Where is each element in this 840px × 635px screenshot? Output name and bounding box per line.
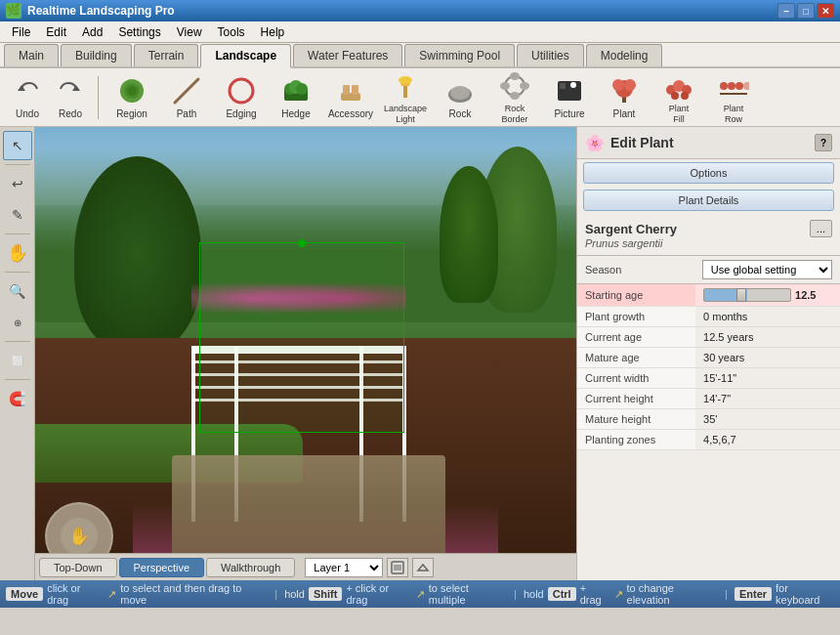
layer-btn-2[interactable] <box>412 558 434 577</box>
close-button[interactable]: ✕ <box>817 3 834 19</box>
status-sep-2: | <box>514 588 517 600</box>
left-tool-edit[interactable]: ✎ <box>3 200 32 230</box>
svg-rect-13 <box>403 86 407 98</box>
svg-point-20 <box>520 82 529 90</box>
minimize-button[interactable]: – <box>777 3 795 19</box>
panel-title: Edit Plant <box>610 135 809 150</box>
tab-building[interactable]: Building <box>61 44 132 66</box>
tool-picture[interactable]: Picture <box>544 72 595 123</box>
menu-tools[interactable]: Tools <box>210 23 253 41</box>
status-hold-label: hold <box>284 588 305 600</box>
tool-plant-fill[interactable]: PlantFill <box>653 72 704 123</box>
view-mode-bar: Top-Down Perspective Walkthrough Layer 1 <box>35 553 576 580</box>
undo-icon <box>12 75 43 106</box>
tool-edging[interactable]: Edging <box>216 72 267 123</box>
view-perspective[interactable]: Perspective <box>119 558 204 577</box>
season-select[interactable]: Use global setting Spring Summer Fall Wi… <box>702 260 832 279</box>
view-top-down[interactable]: Top-Down <box>39 558 117 577</box>
panel-help-button[interactable]: ? <box>815 134 832 151</box>
svg-point-9 <box>296 83 308 95</box>
svg-point-28 <box>612 79 624 91</box>
hedge-icon <box>280 75 312 106</box>
current-height-value: 14'-7" <box>695 389 840 409</box>
landscape-light-icon <box>390 70 421 102</box>
picture-icon <box>554 75 585 106</box>
starting-age-row: Starting age 12.5 <box>577 284 840 307</box>
tool-path[interactable]: Path <box>161 72 212 123</box>
svg-point-15 <box>399 76 412 84</box>
svg-point-4 <box>127 86 137 96</box>
status-text-3b: to change elevation <box>627 582 719 606</box>
svg-point-29 <box>624 79 636 91</box>
mature-height-row: Mature height 35' <box>577 409 840 430</box>
tool-rock-border[interactable]: RockBorder <box>489 72 540 123</box>
tree-right-2 <box>440 166 498 303</box>
left-tool-select[interactable]: ↖ <box>3 131 32 160</box>
maximize-button[interactable]: □ <box>797 3 815 19</box>
tab-main[interactable]: Main <box>4 44 59 66</box>
left-sep-5 <box>5 379 30 380</box>
left-tool-rect[interactable]: ⬜ <box>3 346 32 375</box>
left-tool-zoom-in[interactable]: 🔍 <box>3 276 32 306</box>
menu-settings[interactable]: Settings <box>110 23 168 41</box>
menu-help[interactable]: Help <box>253 23 293 41</box>
tab-landscape[interactable]: Landscape <box>200 44 291 68</box>
tab-modeling[interactable]: Modeling <box>586 44 663 66</box>
rock-icon <box>444 75 476 106</box>
viewport[interactable]: ✋ Top-Down Perspective Walkthrough Layer… <box>35 127 576 580</box>
titlebar: 🌿 Realtime Landscaping Pro – □ ✕ <box>0 0 840 21</box>
plant-browse-button[interactable]: ... <box>810 220 832 237</box>
left-tool-pan[interactable]: ✋ <box>3 238 32 268</box>
plant-details-button[interactable]: Plant Details <box>583 190 834 211</box>
main-area: ↖ ↩ ✎ ✋ 🔍 ⊕ ⬜ 🧲 <box>0 127 840 580</box>
app-title: Realtime Landscaping Pro <box>27 4 777 18</box>
season-label: Season <box>585 264 696 275</box>
panel-header: 🌸 Edit Plant ? <box>577 127 840 159</box>
tool-plant-row[interactable]: PlantRow <box>708 72 759 123</box>
tab-terrain[interactable]: Terrain <box>134 44 199 66</box>
tool-landscape-light[interactable]: LandscapeLight <box>380 72 431 123</box>
mature-age-row: Mature age 30 years <box>577 348 840 368</box>
svg-point-37 <box>735 82 743 90</box>
svg-point-35 <box>720 82 728 90</box>
planting-zones-value: 4,5,6,7 <box>695 430 840 450</box>
svg-point-17 <box>450 86 470 100</box>
status-sep-1: | <box>274 588 277 600</box>
menubar: File Edit Add Settings View Tools Help <box>0 21 840 43</box>
ctrl-key: Ctrl <box>548 587 576 601</box>
tab-water-features[interactable]: Water Features <box>293 44 402 66</box>
tool-accessory[interactable]: Accessory <box>325 72 376 123</box>
tool-rock[interactable]: Rock <box>435 72 485 123</box>
left-tool-undo[interactable]: ↩ <box>3 169 32 198</box>
menu-view[interactable]: View <box>169 23 210 41</box>
redo-icon <box>55 75 86 106</box>
season-row: Season Use global setting Spring Summer … <box>577 256 840 284</box>
left-sep-1 <box>5 164 30 165</box>
plant-name-row: Sargent Cherry ... <box>585 220 832 237</box>
window-controls: – □ ✕ <box>777 3 834 19</box>
plant-row-icon <box>718 70 749 102</box>
cursor-icon-1: ↗ <box>107 588 116 601</box>
age-slider[interactable] <box>703 288 791 302</box>
left-tool-magnet[interactable]: 🧲 <box>3 384 32 413</box>
current-age-label: Current age <box>577 327 695 348</box>
undo-button[interactable]: Undo <box>8 72 47 123</box>
options-button[interactable]: Options <box>583 162 834 184</box>
menu-file[interactable]: File <box>4 23 38 41</box>
tool-region[interactable]: Region <box>106 72 157 123</box>
layer-select[interactable]: Layer 1 <box>305 558 383 577</box>
left-tool-zoom-region[interactable]: ⊕ <box>3 308 32 337</box>
tab-swimming-pool[interactable]: Swimming Pool <box>404 44 515 66</box>
tool-hedge[interactable]: Hedge <box>271 72 321 123</box>
rock-border-icon <box>499 70 530 102</box>
tab-utilities[interactable]: Utilities <box>517 44 584 66</box>
view-walkthrough[interactable]: Walkthrough <box>206 558 295 577</box>
menu-add[interactable]: Add <box>74 23 110 41</box>
redo-button[interactable]: Redo <box>51 72 90 123</box>
svg-point-38 <box>743 82 749 90</box>
current-height-row: Current height 14'-7" <box>577 389 840 409</box>
svg-point-24 <box>570 82 576 88</box>
tool-plant[interactable]: Plant <box>599 72 650 123</box>
menu-edit[interactable]: Edit <box>38 23 74 41</box>
layer-btn-1[interactable] <box>387 558 408 577</box>
